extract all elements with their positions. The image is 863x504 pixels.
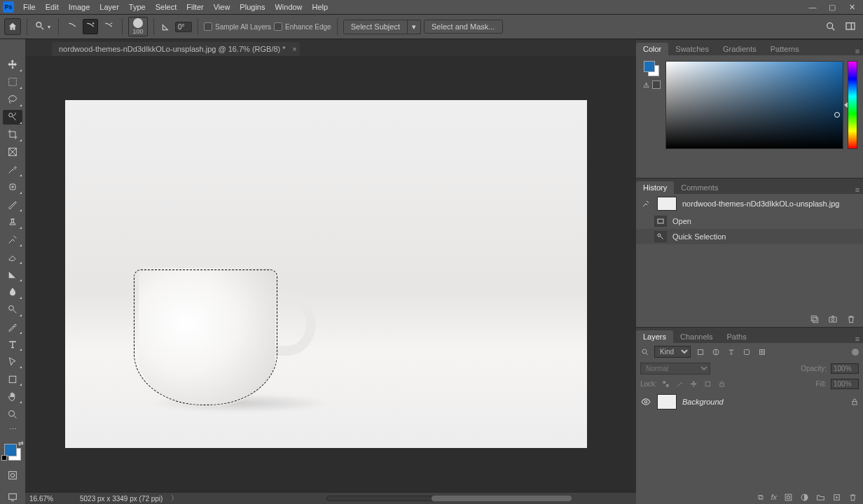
menu-select[interactable]: Select [151,1,182,13]
layer-thumbnail[interactable] [657,394,677,410]
move-tool-icon[interactable] [3,57,22,72]
panel-menu-icon[interactable]: ≡ [852,186,863,194]
eraser-tool-icon[interactable] [3,250,22,265]
tab-channels[interactable]: Channels [673,330,719,343]
select-subject-dropdown[interactable]: ▾ [408,20,421,34]
color-swatches[interactable]: ⇄ [1,440,24,461]
tool-preset-dropdown[interactable]: ▾ [33,18,53,35]
canvas[interactable] [65,100,587,448]
menu-type[interactable]: Type [124,1,151,13]
filter-kind-select[interactable]: Kind [654,346,691,358]
filter-type-icon[interactable] [726,346,737,358]
lock-pixels-icon[interactable] [675,379,685,389]
foreground-color-swatch[interactable] [4,444,17,456]
subtract-selection-mode-icon[interactable] [101,19,116,34]
tab-layers[interactable]: Layers [636,330,673,343]
doc-info-chevron-icon[interactable]: 〉 [171,493,178,503]
menu-window[interactable]: Window [270,1,307,13]
swap-colors-icon[interactable]: ⇄ [18,440,24,447]
filter-adjustment-icon[interactable] [710,346,722,358]
path-selection-tool-icon[interactable] [3,354,22,369]
menu-plugins[interactable]: Plugins [235,1,270,13]
filter-pixel-icon[interactable] [695,346,706,358]
lasso-tool-icon[interactable] [3,92,22,107]
layer-fx-icon[interactable]: fx [771,493,777,501]
crop-tool-icon[interactable] [3,127,22,142]
blur-tool-icon[interactable] [3,285,22,300]
home-button[interactable] [4,18,21,35]
delete-layer-icon[interactable] [848,493,857,502]
brush-tool-icon[interactable] [3,197,22,212]
menu-layer[interactable]: Layer [95,1,124,13]
menu-view[interactable]: View [209,1,235,13]
type-tool-icon[interactable] [3,337,22,352]
eyedropper-tool-icon[interactable] [3,162,22,177]
window-close-icon[interactable]: ✕ [842,1,862,13]
panel-fg-swatch[interactable] [644,61,655,72]
search-icon[interactable] [822,18,839,35]
lock-transparency-icon[interactable] [661,379,671,389]
websafe-icon[interactable] [652,80,661,89]
angle-input[interactable]: 0° [175,22,192,32]
workspace-switcher-icon[interactable] [842,18,859,35]
edit-toolbar-icon[interactable]: ⋯ [3,424,22,433]
document-tab[interactable]: nordwood-themes-nDd3dIkkOLo-unsplash.jpg… [52,42,300,56]
new-group-icon[interactable] [816,493,825,502]
layer-lock-icon[interactable] [850,398,859,406]
history-brush-tool-icon[interactable] [3,232,22,247]
add-selection-mode-icon[interactable] [83,19,98,34]
new-selection-mode-icon[interactable] [64,19,80,34]
horizontal-scrollbar[interactable] [186,495,632,502]
dodge-tool-icon[interactable] [3,302,22,317]
tab-color[interactable]: Color [636,43,668,55]
quick-mask-icon[interactable] [3,468,22,482]
rectangle-tool-icon[interactable] [3,372,22,386]
new-layer-icon[interactable] [832,493,841,502]
lock-position-icon[interactable] [689,379,699,389]
adjustment-layer-icon[interactable] [800,493,809,502]
tab-patterns[interactable]: Patterns [764,43,806,55]
panel-menu-icon[interactable]: ≡ [852,335,863,343]
link-layers-icon[interactable]: ⧉ [758,493,764,502]
layer-visibility-icon[interactable] [640,397,651,407]
gradient-tool-icon[interactable] [3,267,22,282]
clone-stamp-tool-icon[interactable] [3,215,22,230]
filter-smart-icon[interactable] [757,346,768,358]
pen-tool-icon[interactable] [3,320,22,335]
delete-state-icon[interactable] [846,314,856,324]
zoom-level-input[interactable]: 16.67% [29,495,71,503]
menu-edit[interactable]: Edit [41,1,64,13]
brush-preset-picker[interactable]: 100 [128,17,148,36]
default-colors-icon[interactable] [1,455,7,461]
screen-mode-icon[interactable] [3,489,22,504]
panel-color-swatches[interactable] [644,61,659,76]
healing-brush-tool-icon[interactable] [3,180,22,195]
window-maximize-icon[interactable]: ▢ [822,1,842,13]
select-and-mask-button[interactable]: Select and Mask... [424,20,503,34]
panel-menu-icon[interactable]: ≡ [852,47,863,55]
tab-comments[interactable]: Comments [674,181,725,194]
filter-shape-icon[interactable] [741,346,752,358]
select-subject-button[interactable]: Select Subject [343,20,408,34]
new-doc-from-state-icon[interactable] [810,314,820,324]
tab-gradients[interactable]: Gradients [716,43,764,55]
sample-all-layers-checkbox[interactable]: Sample All Layers [204,22,271,31]
hand-tool-icon[interactable] [3,389,22,404]
frame-tool-icon[interactable] [3,145,22,160]
menu-help[interactable]: Help [308,1,333,13]
history-source-row[interactable]: nordwood-themes-nDd3dIkkOLo-unsplash.jpg [636,194,863,214]
angle-icon[interactable] [160,20,172,33]
tab-history[interactable]: History [636,181,674,194]
color-field[interactable] [665,61,843,149]
menu-image[interactable]: Image [64,1,95,13]
zoom-tool-icon[interactable] [3,407,22,421]
history-item-open[interactable]: Open [636,214,863,229]
window-minimize-icon[interactable]: — [803,1,822,13]
enhance-edge-checkbox[interactable]: Enhance Edge [274,22,331,31]
history-item-quick-selection[interactable]: Quick Selection [636,229,863,244]
snapshot-icon[interactable] [828,314,838,324]
tab-swatches[interactable]: Swatches [668,43,716,55]
lock-artboard-icon[interactable] [703,379,713,389]
hue-slider[interactable] [848,61,857,149]
gamut-warning-icon[interactable]: ⚠ [643,81,649,89]
